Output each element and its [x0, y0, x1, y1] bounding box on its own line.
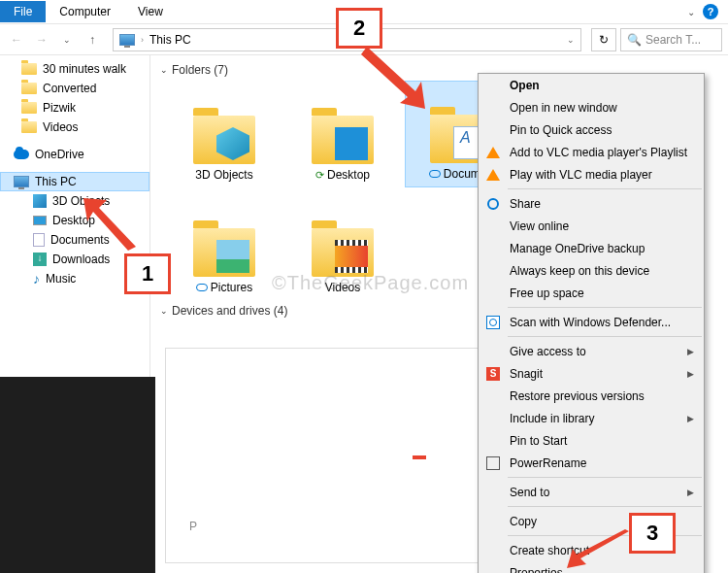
history-dropdown-icon[interactable]: ⌄	[56, 29, 78, 51]
arrow-3	[567, 529, 635, 570]
submenu-arrow-icon: ▶	[687, 414, 694, 423]
ctx-label: Send to	[510, 486, 549, 499]
up-button[interactable]: ↑	[82, 29, 103, 51]
desktop-icon	[335, 127, 368, 160]
folder-label: 3D Objects	[195, 168, 252, 182]
vlc-icon	[485, 145, 501, 160]
videos-icon	[335, 240, 368, 273]
ctx-give-access[interactable]: Give access to▶	[479, 340, 704, 362]
ctx-powerrename[interactable]: PowerRename	[479, 452, 704, 474]
ctx-label: Always keep on this device	[510, 264, 649, 278]
ctx-label: Restore previous versions	[510, 389, 645, 403]
help-icon[interactable]: ?	[703, 4, 718, 19]
ctx-label: Properties	[510, 566, 563, 574]
music-icon: ♪	[33, 271, 40, 286]
ctx-label: Pin to Quick access	[510, 123, 612, 137]
callout-2: 2	[336, 8, 382, 49]
sidebar-item-30-minutes-walk[interactable]: 30 minutes walk	[0, 59, 149, 79]
downloads-icon: ↓	[33, 253, 47, 266]
ctx-pin-start[interactable]: Pin to Start	[479, 429, 704, 452]
desktop-icon	[33, 216, 47, 225]
folder-videos[interactable]: Videos	[286, 193, 399, 300]
collapse-icon: ⌄	[160, 65, 168, 75]
ctx-manage-onedrive[interactable]: Manage OneDrive backup	[479, 237, 704, 259]
ctx-open[interactable]: Open	[479, 74, 704, 96]
refresh-button[interactable]: ↻	[591, 28, 616, 51]
ctx-label: Open	[510, 79, 540, 92]
ctx-snagit[interactable]: SSnagit▶	[479, 362, 704, 385]
ctx-label: Open in new window	[510, 101, 617, 115]
ctx-view-online[interactable]: View online	[479, 215, 704, 237]
ctx-vlc-play[interactable]: Play with VLC media player	[479, 163, 704, 185]
ctx-include-library[interactable]: Include in library▶	[479, 407, 704, 429]
forward-button[interactable]: →	[31, 29, 52, 51]
ctx-vlc-playlist[interactable]: Add to VLC media player's Playlist	[479, 141, 704, 163]
ctx-send-to[interactable]: Send to▶	[479, 481, 704, 503]
sidebar-item-pizwik[interactable]: Pizwik	[0, 98, 149, 118]
ctx-label: Manage OneDrive backup	[510, 242, 645, 255]
ctx-separator	[508, 506, 702, 507]
sidebar-item-label: 30 minutes walk	[43, 62, 126, 76]
ctx-label: Share	[510, 197, 541, 211]
search-icon: 🔍	[627, 33, 642, 47]
folder-icon	[21, 121, 37, 133]
ctx-label: Pin to Start	[510, 434, 567, 448]
defender-icon	[485, 315, 501, 330]
pc-icon	[119, 34, 135, 46]
ctx-always-keep[interactable]: Always keep on this device	[479, 259, 704, 282]
3d-objects-icon	[33, 194, 47, 208]
sidebar-item-label: This PC	[35, 175, 77, 188]
address-dropdown-icon[interactable]: ⌄	[567, 35, 575, 45]
ctx-defender[interactable]: Scan with Windows Defender...	[479, 311, 704, 333]
breadcrumb-sep-icon: ›	[141, 35, 144, 45]
sidebar-item-this-pc[interactable]: This PC	[0, 172, 149, 191]
folder-icon	[21, 83, 37, 94]
folder-label: Videos	[325, 281, 360, 294]
red-mark	[413, 455, 426, 459]
3d-objects-icon	[216, 127, 249, 160]
menu-computer[interactable]: Computer	[46, 1, 124, 22]
panel-letter: P	[189, 520, 197, 533]
callout-1: 1	[124, 253, 171, 294]
ribbon-toggle-icon[interactable]: ⌄	[687, 7, 695, 17]
arrow-2	[361, 45, 429, 113]
address-location: This PC	[149, 33, 191, 47]
folder-icon	[21, 102, 37, 114]
ctx-label: Copy	[510, 515, 537, 528]
ctx-label: Play with VLC media player	[510, 168, 652, 182]
ctx-share[interactable]: Share	[479, 192, 704, 215]
ctx-separator	[508, 477, 702, 478]
menu-file[interactable]: File	[0, 1, 46, 22]
sync-icon: ⟳	[315, 169, 324, 182]
dark-background-strip	[0, 377, 155, 573]
folder-label: Desktop	[327, 168, 370, 182]
documents-icon	[33, 233, 45, 247]
folder-label: Pictures	[211, 281, 252, 294]
submenu-arrow-icon: ▶	[687, 488, 694, 497]
folder-3d-objects[interactable]: 3D Objects	[168, 81, 281, 187]
sidebar-item-converted[interactable]: Converted	[0, 79, 149, 98]
ctx-label: Snagit	[510, 367, 543, 381]
ctx-pin-quick-access[interactable]: Pin to Quick access	[479, 118, 704, 141]
cloud-icon	[429, 170, 441, 178]
submenu-arrow-icon: ▶	[687, 369, 694, 379]
ctx-label: Include in library	[510, 412, 594, 425]
arrow-1	[83, 198, 142, 256]
folder-icon	[21, 63, 37, 75]
ctx-label: Scan with Windows Defender...	[510, 316, 671, 329]
search-input[interactable]: 🔍 Search T...	[620, 28, 722, 51]
sidebar-item-onedrive[interactable]: OneDrive	[0, 145, 149, 164]
back-button[interactable]: ←	[6, 29, 27, 51]
ctx-free-space[interactable]: Free up space	[479, 282, 704, 304]
collapse-icon: ⌄	[160, 306, 168, 316]
ctx-open-new-window[interactable]: Open in new window	[479, 96, 704, 118]
ctx-separator	[508, 336, 702, 337]
section-title: Devices and drives (4)	[172, 304, 287, 318]
submenu-arrow-icon: ▶	[687, 347, 694, 356]
sidebar-item-videos[interactable]: Videos	[0, 118, 149, 137]
menu-view[interactable]: View	[124, 1, 177, 22]
ctx-label: Give access to	[510, 345, 586, 358]
ctx-restore-versions[interactable]: Restore previous versions	[479, 385, 704, 407]
sidebar-item-label: Pizwik	[43, 101, 76, 115]
folder-pictures[interactable]: Pictures	[168, 193, 281, 300]
